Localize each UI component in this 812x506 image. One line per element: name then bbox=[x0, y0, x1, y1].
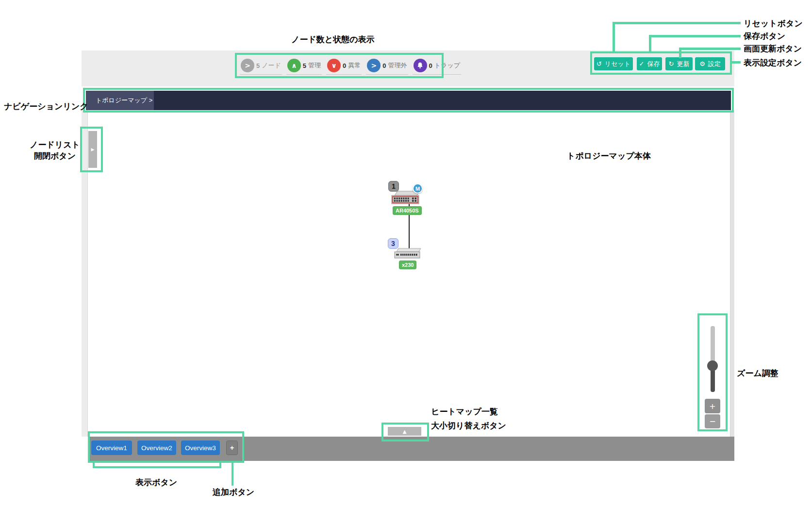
annotation-nodelist-line2: 開閉ボタン bbox=[28, 150, 82, 162]
annotation-save-button: 保存ボタン bbox=[744, 31, 785, 41]
triangle-right-icon: ▶ bbox=[91, 147, 95, 152]
nodelist-toggle-button[interactable]: ▶ bbox=[88, 131, 97, 168]
annotation-settings-button: 表示設定ボタン bbox=[744, 57, 802, 68]
refresh-button-label: 更新 bbox=[677, 60, 689, 68]
overview2-button[interactable]: Overview2 bbox=[137, 441, 176, 455]
badge-label: 管理 bbox=[308, 61, 321, 70]
zoom-in-button[interactable]: + bbox=[705, 399, 720, 413]
status-badge-managed[interactable]: ∧ 5 管理 bbox=[286, 59, 322, 75]
annotation-heatmap-line2: 大小切り替えボタン bbox=[431, 420, 506, 431]
annotation-refresh-button: 画面更新ボタン bbox=[744, 43, 802, 54]
chevron-down-icon: ∨ bbox=[327, 59, 341, 72]
check-icon: ✓ bbox=[639, 61, 645, 67]
status-badge-unmanaged[interactable]: > 0 管理外 bbox=[366, 59, 408, 75]
right-panel-strip bbox=[730, 110, 734, 437]
zoom-out-button[interactable]: − bbox=[705, 414, 720, 428]
switch-icon bbox=[394, 247, 421, 260]
annotation-line bbox=[649, 35, 741, 37]
node-number-badge: 1 bbox=[388, 181, 399, 192]
chevron-right-icon: > bbox=[367, 59, 381, 72]
badge-count: 5 bbox=[256, 62, 260, 69]
status-badge-trap[interactable]: 0 トラップ bbox=[413, 59, 461, 75]
annotation-line bbox=[613, 22, 741, 24]
device-model-label: x230 bbox=[399, 261, 416, 269]
annotation-line bbox=[613, 22, 615, 53]
overview3-button[interactable]: Overview3 bbox=[181, 441, 220, 455]
history-icon: ↺ bbox=[597, 61, 602, 67]
chevron-right-icon: > bbox=[241, 59, 254, 72]
refresh-icon: ↻ bbox=[669, 61, 674, 67]
chevron-up-icon: ∧ bbox=[287, 59, 301, 72]
refresh-button[interactable]: ↻ 更新 bbox=[665, 57, 693, 70]
annotation-heatmap-line1: ヒートマップ一覧 bbox=[431, 406, 498, 417]
annotation-nodelist-line1: ノードリスト bbox=[28, 139, 82, 150]
annotation-zoom: ズーム調整 bbox=[737, 368, 779, 378]
badge-count: 5 bbox=[303, 62, 306, 69]
reset-button-label: リセット bbox=[605, 60, 630, 68]
annotation-nodelist-toggle: ノードリスト 開閉ボタン bbox=[28, 139, 82, 162]
save-button[interactable]: ✓ 保存 bbox=[637, 57, 662, 70]
badge-count: 0 bbox=[429, 62, 432, 69]
badge-label: 管理外 bbox=[388, 61, 407, 70]
gear-icon: ⚙ bbox=[699, 61, 705, 67]
annotation-map-body: トポロジーマップ本体 bbox=[567, 150, 651, 161]
annotation-reset-button: リセットボタン bbox=[744, 18, 803, 29]
node-switch-x230[interactable] bbox=[394, 247, 421, 261]
annotation-display-buttons: 表示ボタン bbox=[135, 477, 177, 488]
annotation-line bbox=[649, 35, 651, 53]
triangle-up-icon: ▲ bbox=[403, 429, 407, 434]
breadcrumb-topology-map[interactable]: トポロジーマップ > bbox=[86, 91, 154, 110]
heatmap-size-toggle-button[interactable]: ▲ bbox=[387, 426, 422, 437]
save-button-label: 保存 bbox=[647, 60, 660, 68]
left-panel-strip bbox=[82, 110, 88, 437]
status-badge-row: > 5 ノード ∧ 5 管理 ∨ 0 異常 > 0 管理外 0 トラップ bbox=[240, 59, 461, 75]
annotation-node-status: ノード数と状態の表示 bbox=[291, 34, 375, 45]
overview1-button[interactable]: Overview1 bbox=[91, 441, 132, 455]
annotation-line bbox=[679, 48, 741, 50]
status-badge-nodes[interactable]: > 5 ノード bbox=[240, 59, 282, 75]
badge-label: トラップ bbox=[434, 61, 460, 70]
annotation-line bbox=[93, 466, 221, 468]
annotation-line bbox=[730, 61, 741, 64]
add-overview-button[interactable]: + bbox=[226, 441, 238, 455]
screenshot-root: ネットワークマップ > 5 ノード ∧ 5 管理 ∨ 0 異常 > 0 管理外 … bbox=[0, 0, 812, 506]
annotation-add-button: 追加ボタン bbox=[213, 487, 254, 497]
annotation-navigation-link: ナビゲーションリンク bbox=[4, 101, 82, 112]
settings-button-label: 設定 bbox=[708, 60, 721, 68]
device-model-label: AR4050S bbox=[393, 206, 422, 215]
reset-button[interactable]: ↺ リセット bbox=[594, 57, 633, 70]
badge-count: 0 bbox=[343, 62, 346, 69]
settings-button[interactable]: ⚙ 設定 bbox=[695, 57, 725, 70]
bell-icon bbox=[414, 59, 427, 72]
annotation-line bbox=[232, 461, 233, 486]
zoom-slider-thumb[interactable] bbox=[707, 360, 718, 371]
managed-status-badge: M bbox=[413, 183, 423, 194]
badge-label: 異常 bbox=[348, 61, 361, 70]
navigation-bar: トポロジーマップ > bbox=[86, 91, 731, 110]
node-number-badge: 3 bbox=[388, 238, 398, 249]
badge-label: ノード bbox=[262, 61, 281, 70]
status-badge-abnormal[interactable]: ∨ 0 異常 bbox=[326, 59, 362, 75]
badge-count: 0 bbox=[382, 62, 386, 69]
